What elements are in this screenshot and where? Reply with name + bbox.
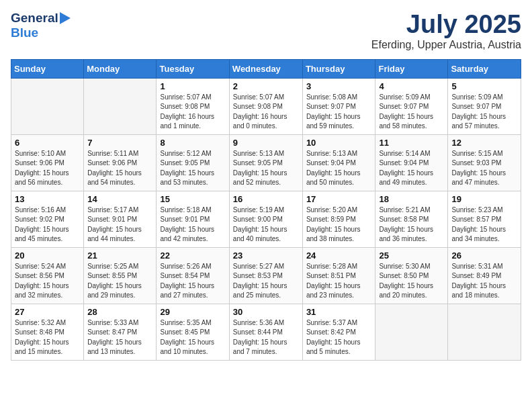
calendar-day-cell: 1Sunrise: 5:07 AM Sunset: 9:08 PM Daylig… [157,78,229,134]
calendar-day-cell: 2Sunrise: 5:07 AM Sunset: 9:08 PM Daylig… [229,78,302,134]
day-detail: Sunrise: 5:37 AM Sunset: 8:42 PM Dayligh… [306,318,372,357]
calendar-day-cell: 17Sunrise: 5:20 AM Sunset: 8:59 PM Dayli… [302,191,375,247]
calendar-day-cell [375,304,448,360]
day-number: 11 [379,138,444,148]
calendar-day-cell: 20Sunrise: 5:24 AM Sunset: 8:56 PM Dayli… [11,247,84,304]
weekday-header: Sunday [11,59,84,78]
day-number: 15 [160,194,225,204]
day-number: 3 [306,81,372,91]
calendar-day-cell [448,304,521,360]
calendar-day-cell: 25Sunrise: 5:30 AM Sunset: 8:50 PM Dayli… [375,247,448,304]
day-detail: Sunrise: 5:14 AM Sunset: 9:04 PM Dayligh… [379,149,444,188]
calendar-day-cell: 7Sunrise: 5:11 AM Sunset: 9:06 PM Daylig… [84,134,157,191]
day-detail: Sunrise: 5:35 AM Sunset: 8:45 PM Dayligh… [160,318,225,357]
day-number: 19 [451,194,517,204]
weekday-header: Tuesday [157,59,229,78]
day-detail: Sunrise: 5:19 AM Sunset: 9:00 PM Dayligh… [233,205,299,244]
calendar-day-cell: 6Sunrise: 5:10 AM Sunset: 9:06 PM Daylig… [11,134,84,191]
day-detail: Sunrise: 5:15 AM Sunset: 9:03 PM Dayligh… [451,149,517,188]
day-detail: Sunrise: 5:21 AM Sunset: 8:58 PM Dayligh… [379,205,444,244]
day-number: 18 [379,194,444,204]
calendar-header-row: SundayMondayTuesdayWednesdayThursdayFrid… [11,59,521,78]
day-number: 31 [306,307,372,317]
calendar-day-cell: 11Sunrise: 5:14 AM Sunset: 9:04 PM Dayli… [375,134,448,191]
day-number: 6 [15,138,80,148]
day-detail: Sunrise: 5:25 AM Sunset: 8:55 PM Dayligh… [87,262,152,301]
day-number: 8 [160,138,225,148]
day-detail: Sunrise: 5:27 AM Sunset: 8:53 PM Dayligh… [233,262,299,301]
calendar-day-cell: 28Sunrise: 5:33 AM Sunset: 8:47 PM Dayli… [84,304,157,360]
day-number: 21 [87,250,152,261]
day-number: 16 [233,194,299,204]
day-detail: Sunrise: 5:09 AM Sunset: 9:07 PM Dayligh… [451,93,517,132]
day-number: 25 [379,250,444,261]
calendar-week-row: 1Sunrise: 5:07 AM Sunset: 9:08 PM Daylig… [11,78,521,134]
calendar-day-cell: 5Sunrise: 5:09 AM Sunset: 9:07 PM Daylig… [448,78,521,134]
day-detail: Sunrise: 5:33 AM Sunset: 8:47 PM Dayligh… [87,318,152,357]
day-number: 1 [160,81,225,91]
day-number: 5 [451,81,517,91]
day-detail: Sunrise: 5:13 AM Sunset: 9:05 PM Dayligh… [233,149,299,188]
day-detail: Sunrise: 5:32 AM Sunset: 8:48 PM Dayligh… [15,318,80,357]
logo: General Blue [11,11,71,40]
day-detail: Sunrise: 5:10 AM Sunset: 9:06 PM Dayligh… [15,149,80,188]
calendar-day-cell: 10Sunrise: 5:13 AM Sunset: 9:04 PM Dayli… [302,134,375,191]
day-number: 24 [306,250,372,261]
calendar-day-cell: 4Sunrise: 5:09 AM Sunset: 9:07 PM Daylig… [375,78,448,134]
calendar-day-cell: 16Sunrise: 5:19 AM Sunset: 9:00 PM Dayli… [229,191,302,247]
weekday-header: Thursday [302,59,375,78]
day-detail: Sunrise: 5:17 AM Sunset: 9:01 PM Dayligh… [87,205,152,244]
calendar-day-cell: 23Sunrise: 5:27 AM Sunset: 8:53 PM Dayli… [229,247,302,304]
day-number: 4 [379,81,444,91]
day-detail: Sunrise: 5:16 AM Sunset: 9:02 PM Dayligh… [15,205,80,244]
calendar-day-cell: 18Sunrise: 5:21 AM Sunset: 8:58 PM Dayli… [375,191,448,247]
calendar-day-cell: 15Sunrise: 5:18 AM Sunset: 9:01 PM Dayli… [157,191,229,247]
day-number: 7 [87,138,152,148]
weekday-header: Saturday [448,59,521,78]
day-number: 30 [233,307,299,317]
day-number: 28 [87,307,152,317]
calendar-week-row: 20Sunrise: 5:24 AM Sunset: 8:56 PM Dayli… [11,247,521,304]
title-block: July 2025 Eferding, Upper Austria, Austr… [371,11,521,51]
logo-general: General [11,11,58,26]
day-detail: Sunrise: 5:18 AM Sunset: 9:01 PM Dayligh… [160,205,225,244]
day-number: 23 [233,250,299,261]
day-detail: Sunrise: 5:12 AM Sunset: 9:05 PM Dayligh… [160,149,225,188]
calendar-day-cell: 19Sunrise: 5:23 AM Sunset: 8:57 PM Dayli… [448,191,521,247]
day-detail: Sunrise: 5:31 AM Sunset: 8:49 PM Dayligh… [451,262,517,301]
calendar-week-row: 27Sunrise: 5:32 AM Sunset: 8:48 PM Dayli… [11,304,521,360]
day-detail: Sunrise: 5:07 AM Sunset: 9:08 PM Dayligh… [160,93,225,132]
weekday-header: Friday [375,59,448,78]
calendar-day-cell: 12Sunrise: 5:15 AM Sunset: 9:03 PM Dayli… [448,134,521,191]
calendar-week-row: 13Sunrise: 5:16 AM Sunset: 9:02 PM Dayli… [11,191,521,247]
day-detail: Sunrise: 5:07 AM Sunset: 9:08 PM Dayligh… [233,93,299,132]
calendar-day-cell [84,78,157,134]
logo-blue: Blue [11,26,38,40]
day-detail: Sunrise: 5:30 AM Sunset: 8:50 PM Dayligh… [379,262,444,301]
calendar-day-cell: 8Sunrise: 5:12 AM Sunset: 9:05 PM Daylig… [157,134,229,191]
page-title: July 2025 [371,11,521,39]
calendar-day-cell: 31Sunrise: 5:37 AM Sunset: 8:42 PM Dayli… [302,304,375,360]
logo-arrow-icon [60,12,71,24]
calendar-day-cell: 27Sunrise: 5:32 AM Sunset: 8:48 PM Dayli… [11,304,84,360]
day-number: 13 [15,194,80,204]
weekday-header: Monday [84,59,157,78]
day-number: 26 [451,250,517,261]
calendar-day-cell: 22Sunrise: 5:26 AM Sunset: 8:54 PM Dayli… [157,247,229,304]
calendar-week-row: 6Sunrise: 5:10 AM Sunset: 9:06 PM Daylig… [11,134,521,191]
day-number: 22 [160,250,225,261]
day-number: 17 [306,194,372,204]
page-subtitle: Eferding, Upper Austria, Austria [371,39,521,51]
day-detail: Sunrise: 5:20 AM Sunset: 8:59 PM Dayligh… [306,205,372,244]
calendar-day-cell: 30Sunrise: 5:36 AM Sunset: 8:44 PM Dayli… [229,304,302,360]
calendar-day-cell: 29Sunrise: 5:35 AM Sunset: 8:45 PM Dayli… [157,304,229,360]
day-detail: Sunrise: 5:36 AM Sunset: 8:44 PM Dayligh… [233,318,299,357]
calendar-day-cell [11,78,84,134]
day-detail: Sunrise: 5:26 AM Sunset: 8:54 PM Dayligh… [160,262,225,301]
day-detail: Sunrise: 5:28 AM Sunset: 8:51 PM Dayligh… [306,262,372,301]
day-number: 20 [15,250,80,261]
calendar-day-cell: 13Sunrise: 5:16 AM Sunset: 9:02 PM Dayli… [11,191,84,247]
day-detail: Sunrise: 5:24 AM Sunset: 8:56 PM Dayligh… [15,262,80,301]
calendar-day-cell: 3Sunrise: 5:08 AM Sunset: 9:07 PM Daylig… [302,78,375,134]
calendar-day-cell: 26Sunrise: 5:31 AM Sunset: 8:49 PM Dayli… [448,247,521,304]
